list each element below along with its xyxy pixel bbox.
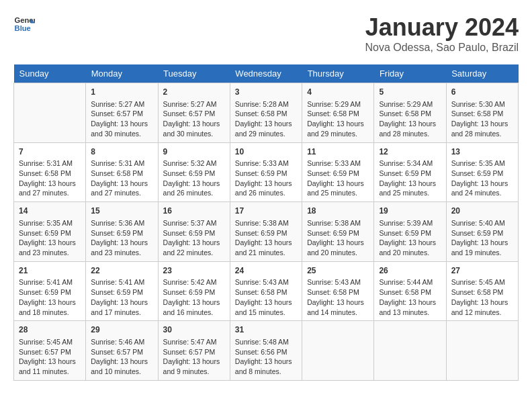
calendar-cell: 5Sunrise: 5:29 AM Sunset: 6:58 PM Daylig… xyxy=(374,83,446,143)
day-number: 3 xyxy=(235,87,297,98)
day-info: Sunrise: 5:30 AM Sunset: 6:58 PM Dayligh… xyxy=(451,99,513,139)
calendar-cell xyxy=(302,321,374,381)
day-info: Sunrise: 5:48 AM Sunset: 6:56 PM Dayligh… xyxy=(235,337,297,377)
day-info: Sunrise: 5:35 AM Sunset: 6:59 PM Dayligh… xyxy=(451,158,513,198)
day-number: 18 xyxy=(307,205,369,217)
logo-icon: General Blue xyxy=(13,13,35,35)
weekday-header-sunday: Sunday xyxy=(14,64,86,83)
day-info: Sunrise: 5:45 AM Sunset: 6:58 PM Dayligh… xyxy=(451,277,513,317)
calendar-cell xyxy=(14,83,86,143)
day-number: 24 xyxy=(235,265,297,277)
day-number: 30 xyxy=(163,324,225,336)
calendar-cell: 21Sunrise: 5:41 AM Sunset: 6:59 PM Dayli… xyxy=(14,261,86,321)
calendar-cell: 25Sunrise: 5:43 AM Sunset: 6:58 PM Dayli… xyxy=(302,261,374,321)
calendar-cell: 4Sunrise: 5:29 AM Sunset: 6:58 PM Daylig… xyxy=(302,83,374,143)
calendar-cell: 23Sunrise: 5:42 AM Sunset: 6:59 PM Dayli… xyxy=(158,261,230,321)
svg-text:Blue: Blue xyxy=(15,24,31,32)
day-info: Sunrise: 5:42 AM Sunset: 6:59 PM Dayligh… xyxy=(163,277,225,317)
calendar-cell: 8Sunrise: 5:31 AM Sunset: 6:58 PM Daylig… xyxy=(86,142,158,202)
weekday-header-saturday: Saturday xyxy=(446,64,518,83)
day-info: Sunrise: 5:43 AM Sunset: 6:58 PM Dayligh… xyxy=(307,277,369,317)
calendar-cell: 19Sunrise: 5:39 AM Sunset: 6:59 PM Dayli… xyxy=(374,202,446,262)
calendar-week-5: 28Sunrise: 5:45 AM Sunset: 6:57 PM Dayli… xyxy=(14,321,519,381)
day-number: 15 xyxy=(91,205,152,217)
day-number: 14 xyxy=(19,205,81,217)
calendar-week-4: 21Sunrise: 5:41 AM Sunset: 6:59 PM Dayli… xyxy=(14,261,519,321)
day-info: Sunrise: 5:34 AM Sunset: 6:59 PM Dayligh… xyxy=(379,158,441,198)
calendar-cell: 13Sunrise: 5:35 AM Sunset: 6:59 PM Dayli… xyxy=(446,142,518,202)
day-number: 16 xyxy=(163,205,225,217)
day-number: 4 xyxy=(307,87,369,98)
weekday-header-monday: Monday xyxy=(86,64,158,83)
day-info: Sunrise: 5:40 AM Sunset: 6:59 PM Dayligh… xyxy=(451,218,513,258)
calendar-cell: 10Sunrise: 5:33 AM Sunset: 6:59 PM Dayli… xyxy=(230,142,302,202)
day-number: 27 xyxy=(451,265,513,277)
calendar-cell: 2Sunrise: 5:27 AM Sunset: 6:57 PM Daylig… xyxy=(158,83,230,143)
calendar-week-3: 14Sunrise: 5:35 AM Sunset: 6:59 PM Dayli… xyxy=(14,202,519,262)
day-number: 6 xyxy=(451,87,513,98)
day-info: Sunrise: 5:27 AM Sunset: 6:57 PM Dayligh… xyxy=(163,99,225,139)
day-info: Sunrise: 5:47 AM Sunset: 6:57 PM Dayligh… xyxy=(163,337,225,377)
day-number: 1 xyxy=(91,87,152,98)
day-info: Sunrise: 5:27 AM Sunset: 6:57 PM Dayligh… xyxy=(91,99,152,139)
day-number: 26 xyxy=(379,265,441,277)
day-number: 28 xyxy=(19,324,81,336)
day-info: Sunrise: 5:36 AM Sunset: 6:59 PM Dayligh… xyxy=(91,218,152,258)
month-title: January 2024 xyxy=(365,13,519,42)
title-area: January 2024 Nova Odessa, Sao Paulo, Bra… xyxy=(365,13,519,54)
calendar-cell: 11Sunrise: 5:33 AM Sunset: 6:59 PM Dayli… xyxy=(302,142,374,202)
calendar-cell: 9Sunrise: 5:32 AM Sunset: 6:59 PM Daylig… xyxy=(158,142,230,202)
day-number: 17 xyxy=(235,205,297,217)
day-info: Sunrise: 5:41 AM Sunset: 6:59 PM Dayligh… xyxy=(19,277,81,317)
day-number: 19 xyxy=(379,205,441,217)
calendar-cell: 7Sunrise: 5:31 AM Sunset: 6:58 PM Daylig… xyxy=(14,142,86,202)
calendar-cell: 29Sunrise: 5:46 AM Sunset: 6:57 PM Dayli… xyxy=(86,321,158,381)
day-info: Sunrise: 5:33 AM Sunset: 6:59 PM Dayligh… xyxy=(307,158,369,198)
day-number: 31 xyxy=(235,324,297,336)
calendar-cell: 27Sunrise: 5:45 AM Sunset: 6:58 PM Dayli… xyxy=(446,261,518,321)
day-number: 5 xyxy=(379,87,441,98)
day-info: Sunrise: 5:38 AM Sunset: 6:59 PM Dayligh… xyxy=(307,218,369,258)
day-number: 10 xyxy=(235,146,297,158)
day-number: 20 xyxy=(451,205,513,217)
day-info: Sunrise: 5:45 AM Sunset: 6:57 PM Dayligh… xyxy=(19,337,81,377)
day-info: Sunrise: 5:39 AM Sunset: 6:59 PM Dayligh… xyxy=(379,218,441,258)
calendar-cell: 24Sunrise: 5:43 AM Sunset: 6:58 PM Dayli… xyxy=(230,261,302,321)
day-info: Sunrise: 5:33 AM Sunset: 6:59 PM Dayligh… xyxy=(235,158,297,198)
day-number: 23 xyxy=(163,265,225,277)
calendar-cell: 30Sunrise: 5:47 AM Sunset: 6:57 PM Dayli… xyxy=(158,321,230,381)
calendar-week-1: 1Sunrise: 5:27 AM Sunset: 6:57 PM Daylig… xyxy=(14,83,519,143)
calendar-cell: 18Sunrise: 5:38 AM Sunset: 6:59 PM Dayli… xyxy=(302,202,374,262)
day-info: Sunrise: 5:43 AM Sunset: 6:58 PM Dayligh… xyxy=(235,277,297,317)
calendar-cell: 22Sunrise: 5:41 AM Sunset: 6:59 PM Dayli… xyxy=(86,261,158,321)
calendar-cell: 31Sunrise: 5:48 AM Sunset: 6:56 PM Dayli… xyxy=(230,321,302,381)
weekday-header-friday: Friday xyxy=(374,64,446,83)
day-number: 21 xyxy=(19,265,81,277)
weekday-header-wednesday: Wednesday xyxy=(230,64,302,83)
day-number: 11 xyxy=(307,146,369,158)
day-info: Sunrise: 5:32 AM Sunset: 6:59 PM Dayligh… xyxy=(163,158,225,198)
day-info: Sunrise: 5:38 AM Sunset: 6:59 PM Dayligh… xyxy=(235,218,297,258)
weekday-header-tuesday: Tuesday xyxy=(158,64,230,83)
calendar-cell: 12Sunrise: 5:34 AM Sunset: 6:59 PM Dayli… xyxy=(374,142,446,202)
calendar-cell: 3Sunrise: 5:28 AM Sunset: 6:58 PM Daylig… xyxy=(230,83,302,143)
day-info: Sunrise: 5:31 AM Sunset: 6:58 PM Dayligh… xyxy=(19,158,81,198)
day-number: 7 xyxy=(19,146,81,158)
weekday-header-thursday: Thursday xyxy=(302,64,374,83)
location-title: Nova Odessa, Sao Paulo, Brazil xyxy=(365,42,519,54)
day-number: 22 xyxy=(91,265,152,277)
page-header: General Blue January 2024 Nova Odessa, S… xyxy=(13,13,519,54)
day-number: 12 xyxy=(379,146,441,158)
calendar-cell: 17Sunrise: 5:38 AM Sunset: 6:59 PM Dayli… xyxy=(230,202,302,262)
day-number: 9 xyxy=(163,146,225,158)
calendar-week-2: 7Sunrise: 5:31 AM Sunset: 6:58 PM Daylig… xyxy=(14,142,519,202)
day-number: 13 xyxy=(451,146,513,158)
calendar-cell xyxy=(446,321,518,381)
day-info: Sunrise: 5:44 AM Sunset: 6:58 PM Dayligh… xyxy=(379,277,441,317)
day-info: Sunrise: 5:28 AM Sunset: 6:58 PM Dayligh… xyxy=(235,99,297,139)
calendar-cell: 1Sunrise: 5:27 AM Sunset: 6:57 PM Daylig… xyxy=(86,83,158,143)
calendar-cell: 28Sunrise: 5:45 AM Sunset: 6:57 PM Dayli… xyxy=(14,321,86,381)
calendar-cell: 14Sunrise: 5:35 AM Sunset: 6:59 PM Dayli… xyxy=(14,202,86,262)
day-info: Sunrise: 5:35 AM Sunset: 6:59 PM Dayligh… xyxy=(19,218,81,258)
calendar-table: SundayMondayTuesdayWednesdayThursdayFrid… xyxy=(13,64,519,381)
